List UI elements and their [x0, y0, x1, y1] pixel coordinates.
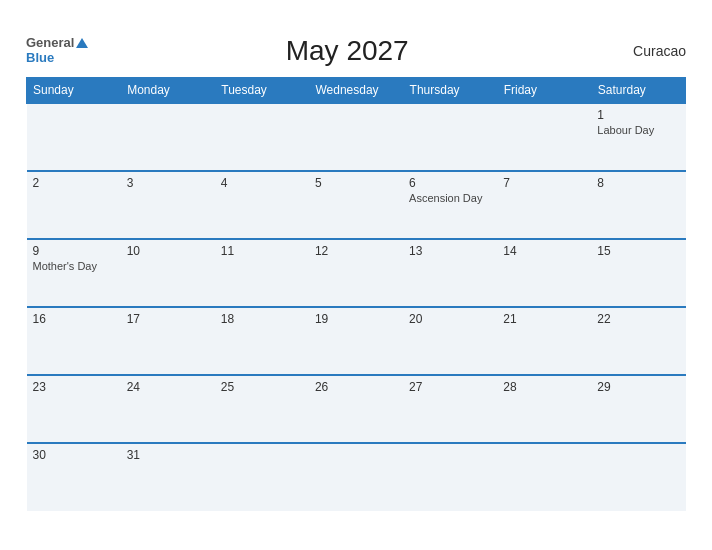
day-number: 25: [221, 380, 303, 394]
calendar-cell: [591, 443, 685, 511]
calendar-cell: 18: [215, 307, 309, 375]
calendar-header-row: SundayMondayTuesdayWednesdayThursdayFrid…: [27, 77, 686, 103]
logo: General Blue: [26, 36, 88, 65]
day-number: 28: [503, 380, 585, 394]
calendar-cell: [215, 443, 309, 511]
calendar-cell: 13: [403, 239, 497, 307]
holiday-label: Mother's Day: [33, 260, 115, 272]
calendar-cell: 1Labour Day: [591, 103, 685, 171]
calendar-cell: [403, 443, 497, 511]
day-number: 22: [597, 312, 679, 326]
day-number: 11: [221, 244, 303, 258]
week-row-1: 1Labour Day: [27, 103, 686, 171]
day-number: 5: [315, 176, 397, 190]
calendar-cell: [497, 443, 591, 511]
day-number: 12: [315, 244, 397, 258]
calendar-cell: 8: [591, 171, 685, 239]
calendar-cell: 9Mother's Day: [27, 239, 121, 307]
calendar-cell: [403, 103, 497, 171]
calendar-cell: [27, 103, 121, 171]
column-header-monday: Monday: [121, 77, 215, 103]
holiday-label: Ascension Day: [409, 192, 491, 204]
calendar-region: Curacao: [606, 43, 686, 59]
week-row-2: 23456Ascension Day78: [27, 171, 686, 239]
day-number: 2: [33, 176, 115, 190]
calendar-cell: 15: [591, 239, 685, 307]
calendar-cell: 26: [309, 375, 403, 443]
calendar-cell: 5: [309, 171, 403, 239]
calendar-cell: 29: [591, 375, 685, 443]
calendar-cell: 4: [215, 171, 309, 239]
day-number: 17: [127, 312, 209, 326]
calendar-header: General Blue May 2027 Curacao: [26, 35, 686, 67]
holiday-label: Labour Day: [597, 124, 679, 136]
calendar-cell: 24: [121, 375, 215, 443]
day-number: 27: [409, 380, 491, 394]
column-header-tuesday: Tuesday: [215, 77, 309, 103]
calendar-cell: 20: [403, 307, 497, 375]
calendar-cell: 30: [27, 443, 121, 511]
week-row-6: 3031: [27, 443, 686, 511]
day-number: 31: [127, 448, 209, 462]
day-number: 7: [503, 176, 585, 190]
calendar-cell: 31: [121, 443, 215, 511]
calendar-cell: 3: [121, 171, 215, 239]
column-header-saturday: Saturday: [591, 77, 685, 103]
week-row-4: 16171819202122: [27, 307, 686, 375]
calendar-cell: 16: [27, 307, 121, 375]
calendar-cell: [497, 103, 591, 171]
calendar-cell: 2: [27, 171, 121, 239]
calendar-cell: 14: [497, 239, 591, 307]
day-number: 18: [221, 312, 303, 326]
calendar-cell: 7: [497, 171, 591, 239]
calendar-cell: 12: [309, 239, 403, 307]
column-header-sunday: Sunday: [27, 77, 121, 103]
column-header-wednesday: Wednesday: [309, 77, 403, 103]
day-number: 13: [409, 244, 491, 258]
day-number: 9: [33, 244, 115, 258]
day-number: 16: [33, 312, 115, 326]
logo-triangle-icon: [76, 38, 88, 48]
day-number: 10: [127, 244, 209, 258]
logo-blue: Blue: [26, 50, 54, 65]
calendar-table: SundayMondayTuesdayWednesdayThursdayFrid…: [26, 77, 686, 511]
day-number: 20: [409, 312, 491, 326]
calendar-cell: 27: [403, 375, 497, 443]
day-number: 3: [127, 176, 209, 190]
week-row-3: 9Mother's Day101112131415: [27, 239, 686, 307]
calendar-cell: 6Ascension Day: [403, 171, 497, 239]
day-number: 4: [221, 176, 303, 190]
calendar-cell: [309, 103, 403, 171]
day-number: 1: [597, 108, 679, 122]
calendar-cell: 22: [591, 307, 685, 375]
day-number: 14: [503, 244, 585, 258]
calendar-cell: [309, 443, 403, 511]
day-number: 15: [597, 244, 679, 258]
calendar-cell: 23: [27, 375, 121, 443]
calendar-cell: 28: [497, 375, 591, 443]
calendar-cell: 11: [215, 239, 309, 307]
day-number: 26: [315, 380, 397, 394]
calendar-container: General Blue May 2027 Curacao SundayMond…: [11, 25, 701, 526]
calendar-cell: [121, 103, 215, 171]
column-header-thursday: Thursday: [403, 77, 497, 103]
calendar-cell: 10: [121, 239, 215, 307]
day-number: 24: [127, 380, 209, 394]
day-number: 6: [409, 176, 491, 190]
calendar-cell: 19: [309, 307, 403, 375]
day-number: 29: [597, 380, 679, 394]
calendar-cell: 17: [121, 307, 215, 375]
calendar-cell: 21: [497, 307, 591, 375]
day-number: 21: [503, 312, 585, 326]
day-number: 23: [33, 380, 115, 394]
calendar-cell: 25: [215, 375, 309, 443]
day-number: 8: [597, 176, 679, 190]
calendar-title: May 2027: [88, 35, 606, 67]
day-number: 30: [33, 448, 115, 462]
week-row-5: 23242526272829: [27, 375, 686, 443]
logo-general: General: [26, 36, 74, 49]
column-header-friday: Friday: [497, 77, 591, 103]
day-number: 19: [315, 312, 397, 326]
calendar-cell: [215, 103, 309, 171]
